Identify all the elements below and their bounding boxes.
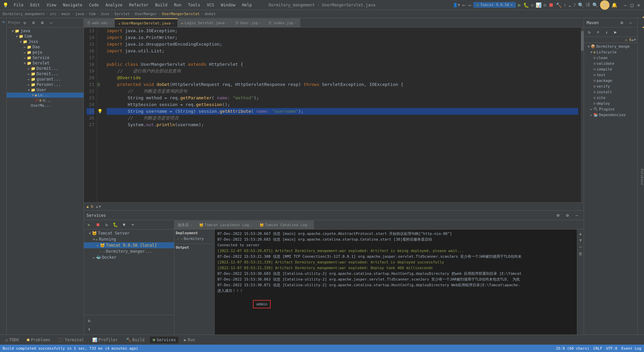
maven-compile[interactable]: ⚙ compile bbox=[584, 66, 637, 72]
maven-add-btn[interactable]: + bbox=[594, 28, 602, 36]
services-gear-btn[interactable]: ⚙ bbox=[564, 211, 572, 219]
scrollbar-thumb[interactable] bbox=[581, 31, 584, 51]
bc-servlet[interactable]: Servlet bbox=[114, 12, 130, 16]
settings-tree-btn[interactable]: ⚙ bbox=[38, 19, 46, 27]
menu-navigate[interactable]: Navigate bbox=[60, 2, 85, 8]
close-user-tab[interactable]: ✕ bbox=[259, 21, 261, 25]
minimize-btn[interactable]: — bbox=[623, 2, 628, 8]
menu-build[interactable]: Build bbox=[153, 2, 170, 8]
minimize-panel-btn[interactable]: — bbox=[47, 19, 55, 27]
maven-validate[interactable]: ⚙ validate bbox=[584, 61, 637, 66]
tree-jsxs[interactable]: ▼ 📁 Jsxs bbox=[7, 39, 84, 44]
scroll-down-btn[interactable]: ▼ bbox=[578, 238, 583, 243]
next-warning[interactable]: ▼ bbox=[99, 204, 101, 209]
tree-java[interactable]: ▼ 📁 java bbox=[7, 28, 84, 34]
notifications-btn[interactable]: 🔔 bbox=[611, 2, 617, 8]
tab-profiler[interactable]: 📊 Profiler bbox=[90, 337, 121, 343]
svc-filter-btn[interactable]: ▼ bbox=[120, 221, 128, 229]
close-catalina-tab[interactable]: ✕ bbox=[308, 223, 310, 227]
menu-code[interactable]: Code bbox=[87, 2, 102, 8]
bc-jsxs[interactable]: Jsxs bbox=[101, 12, 110, 16]
maven-site[interactable]: ⚙ site bbox=[584, 95, 637, 101]
svc-running[interactable]: ▼ ▶ Running bbox=[84, 236, 174, 242]
profile-btn[interactable]: 📊 bbox=[536, 2, 541, 8]
coverage-btn[interactable]: ⊙ bbox=[531, 2, 534, 8]
encoding[interactable]: UTF-8 bbox=[606, 346, 617, 351]
menu-vcs[interactable]: VCS bbox=[204, 2, 217, 8]
services-close-btn[interactable]: — bbox=[573, 211, 581, 219]
tab-build[interactable]: 🔨 Build bbox=[123, 337, 147, 343]
bc-usermanger[interactable]: UserManger bbox=[135, 12, 157, 16]
close-index-tab[interactable]: ✕ bbox=[294, 21, 297, 25]
tab-userMangerServlet[interactable]: ☕ UserMangerServlet.java ✕ bbox=[115, 18, 177, 27]
maven-test[interactable]: ⚙ test bbox=[584, 72, 637, 78]
maven-clean[interactable]: ⚙ clean bbox=[584, 55, 637, 61]
maven-deploy[interactable]: ⚙ deploy bbox=[584, 101, 637, 106]
close-webxml-tab[interactable]: ✕ bbox=[109, 21, 111, 25]
log-tab-catalina[interactable]: 🐱 Tomcat Catalina Log ✕ bbox=[256, 220, 314, 229]
editor-scrollbar[interactable] bbox=[581, 28, 584, 202]
svc-tomcat-local[interactable]: ► 🐱 Tomcat 9.0.56 [local] bbox=[84, 242, 174, 248]
close-localhost-tab[interactable]: ✕ bbox=[250, 223, 252, 227]
log-tab-localhost[interactable]: 🐱 Tomcat Localhost Log ✕ bbox=[196, 220, 256, 229]
maven-install[interactable]: ⚙ install bbox=[584, 89, 637, 95]
wrap-btn[interactable]: ↩ bbox=[578, 244, 583, 250]
close-server-tab[interactable]: ✕ bbox=[190, 223, 192, 227]
menu-window[interactable]: Window bbox=[218, 2, 238, 8]
bc-method[interactable]: doGet bbox=[205, 12, 216, 16]
svc-restart-btn[interactable]: ↻ bbox=[103, 221, 111, 229]
maven-plugins[interactable]: ► 🔌 Plugins bbox=[584, 106, 637, 112]
user-avatar[interactable]: U bbox=[600, 0, 609, 10]
tree-dormit2[interactable]: ► 📁 Dormit... bbox=[7, 71, 84, 77]
maven-verify[interactable]: ⚙ verify bbox=[584, 84, 637, 89]
bc-src[interactable]: src bbox=[50, 12, 56, 16]
svc-add-btn[interactable]: + bbox=[129, 221, 137, 229]
bc-main[interactable]: main bbox=[61, 12, 70, 16]
maximize-btn[interactable]: □ bbox=[629, 2, 635, 8]
back-btn[interactable]: ← bbox=[462, 1, 466, 8]
maven-close-btn[interactable]: — bbox=[627, 19, 635, 27]
tab-loginServlet[interactable]: ☕ Login_Servlet.java ✕ bbox=[178, 18, 232, 27]
run-config-selector[interactable]: ▶ Tomcat 9.0.56 ▼ bbox=[473, 2, 516, 8]
bc-class[interactable]: UserMangerServlet bbox=[162, 12, 200, 16]
close-servlet-tab[interactable]: ✕ bbox=[172, 21, 174, 25]
tree-personr[interactable]: ► 📁 Personr... bbox=[7, 82, 84, 87]
bc-com[interactable]: Com bbox=[89, 12, 96, 16]
tree-servlet[interactable]: ▼ 📁 Servlet bbox=[7, 60, 84, 66]
menu-tools[interactable]: Tools bbox=[185, 2, 203, 8]
tab-indexJsp[interactable]: 🗒 index.jsp ✕ bbox=[265, 18, 301, 27]
clear-btn[interactable]: 🗑 bbox=[578, 251, 583, 256]
run-btn[interactable]: ▶ bbox=[518, 2, 521, 8]
svc-debug-btn[interactable]: 🐛 bbox=[111, 221, 119, 229]
tab-problems[interactable]: Problems bbox=[24, 337, 53, 343]
database-strip[interactable]: Database bbox=[637, 18, 644, 335]
svc-refresh-btn[interactable]: ↻ bbox=[85, 316, 93, 324]
cursor-position[interactable]: 25:9 (60 chars) bbox=[556, 346, 589, 351]
tree-usermanager[interactable]: ⓪ ⑧ U... bbox=[7, 98, 84, 103]
tree-com[interactable]: ▼ 📁 Com bbox=[7, 34, 84, 39]
maven-next-warn[interactable]: ▼ bbox=[634, 38, 636, 42]
services-settings-btn[interactable]: ⚙ bbox=[554, 211, 562, 219]
maven-lifecycle[interactable]: ▼ ♻ Lifecycle bbox=[584, 49, 637, 55]
maven-package[interactable]: ⚙ package bbox=[584, 78, 637, 84]
deployment-dormitory[interactable]: ✓ → Dormitory bbox=[176, 236, 213, 242]
tab-todo[interactable]: ☑ TODO bbox=[3, 337, 21, 343]
menu-edit[interactable]: Edit bbox=[28, 2, 43, 8]
log-tab-server[interactable]: 服务器 ✕ bbox=[174, 220, 196, 229]
event-log[interactable]: Event Log bbox=[621, 346, 641, 351]
build-btn2[interactable]: 🔨 bbox=[556, 2, 561, 8]
bc-java[interactable]: java bbox=[75, 12, 84, 16]
tree-user[interactable]: ▼ 📁 User bbox=[7, 87, 84, 93]
prev-warning[interactable]: ▲ bbox=[96, 204, 98, 209]
menu-analyze[interactable]: Analyze bbox=[103, 2, 125, 8]
maven-run-btn[interactable]: ▶ bbox=[611, 28, 620, 36]
menu-view[interactable]: View bbox=[44, 2, 59, 8]
svc-stop-btn[interactable]: ⏹ bbox=[94, 221, 102, 229]
tab-userJsp[interactable]: 🗒 User.jsp ✕ bbox=[232, 18, 265, 27]
sync-btn[interactable]: ↻ bbox=[21, 19, 29, 27]
build-status[interactable]: Build completed successfully in 1 sec, 7… bbox=[3, 346, 138, 351]
maven-refresh-btn[interactable]: ↻ bbox=[585, 28, 593, 36]
tree-guarant[interactable]: ► 📁 guarant... bbox=[7, 77, 84, 82]
vcs-btn[interactable]: 👤▼ bbox=[453, 3, 460, 7]
forward-btn[interactable]: → bbox=[468, 1, 472, 8]
